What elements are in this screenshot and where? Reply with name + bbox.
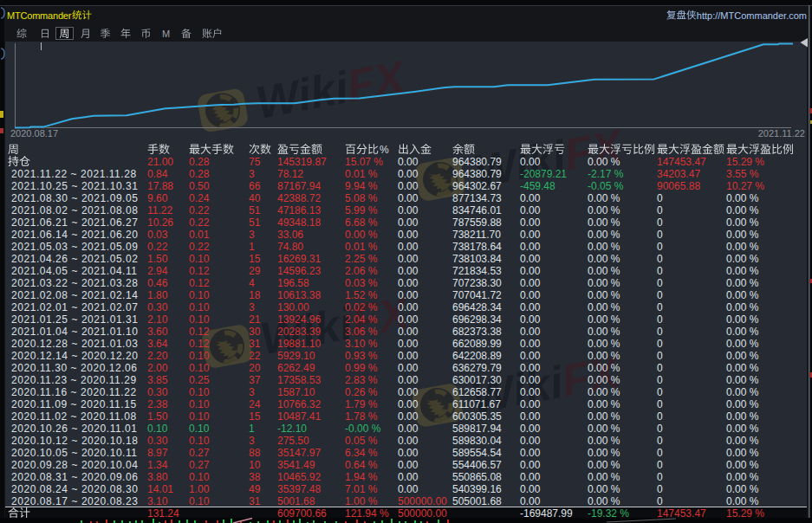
svg-text:0.00: 0.00	[520, 398, 541, 410]
svg-text:0.00 %: 0.00 %	[726, 495, 759, 507]
svg-text:2.38: 2.38	[147, 398, 168, 410]
svg-text:29: 29	[249, 265, 261, 277]
svg-text:0.00: 0.00	[520, 229, 541, 241]
svg-text:0.10: 0.10	[189, 398, 210, 410]
svg-text:0.00: 0.00	[398, 156, 419, 168]
svg-text:0.00: 0.00	[398, 216, 419, 229]
svg-text:0.00 %: 0.00 %	[588, 435, 620, 447]
svg-text:74.80: 74.80	[277, 241, 303, 253]
svg-text:130.00: 130.00	[277, 301, 309, 313]
svg-text:16269.31: 16269.31	[277, 253, 321, 265]
svg-text:612658.77: 612658.77	[452, 386, 502, 398]
svg-text:3: 3	[249, 229, 255, 241]
svg-text:2021.03.22 ~ 2021.03.28: 2021.03.22 ~ 2021.03.28	[11, 277, 138, 289]
svg-text:0: 0	[657, 253, 663, 265]
svg-text:0.00: 0.00	[398, 253, 419, 265]
svg-text:2020.11.30 ~ 2020.12.06: 2020.11.30 ~ 2020.12.06	[11, 362, 138, 374]
svg-text:0.00: 0.00	[398, 471, 419, 483]
svg-text:0.00 %: 0.00 %	[726, 216, 759, 229]
svg-text:0.00 %: 0.00 %	[588, 289, 620, 301]
svg-text:0: 0	[657, 435, 663, 447]
svg-text:0.00 %: 0.00 %	[726, 265, 759, 277]
svg-text:0: 0	[657, 410, 663, 423]
svg-text:2021.11.22: 2021.11.22	[758, 128, 805, 139]
svg-text:2021.01.04 ~ 2021.01.10: 2021.01.04 ~ 2021.01.10	[11, 326, 138, 338]
svg-text:35397.48: 35397.48	[277, 483, 321, 495]
svg-text:0.28: 0.28	[189, 168, 210, 180]
svg-text:0.00: 0.00	[520, 410, 541, 423]
svg-text:%: %	[380, 144, 389, 156]
svg-text:0.22: 0.22	[189, 241, 210, 253]
svg-text:34203.47: 34203.47	[657, 168, 700, 180]
svg-text:1.00 %: 1.00 %	[345, 495, 378, 507]
svg-text:0.00 %: 0.00 %	[588, 265, 620, 277]
svg-text:-12.10: -12.10	[277, 423, 307, 435]
svg-text:636279.79: 636279.79	[452, 362, 502, 374]
svg-text:0.00 %: 0.00 %	[726, 326, 759, 338]
svg-text:0.00: 0.00	[398, 398, 419, 410]
svg-text:1.52 %: 1.52 %	[345, 289, 378, 301]
svg-text:0.00 %: 0.00 %	[726, 447, 759, 459]
svg-text:2.25 %: 2.25 %	[345, 253, 378, 265]
svg-text:611071.67: 611071.67	[452, 398, 501, 410]
svg-text:2020.11.09 ~ 2020.11.15: 2020.11.09 ~ 2020.11.15	[11, 398, 137, 410]
svg-text:3.06 %: 3.06 %	[345, 326, 378, 338]
svg-text:0.00 %: 0.00 %	[726, 435, 759, 447]
svg-text:1: 1	[249, 241, 255, 253]
svg-text:3.10: 3.10	[147, 495, 168, 507]
svg-text:0.00: 0.00	[520, 204, 541, 216]
svg-text:2021.08.02 ~ 2021.08.08: 2021.08.02 ~ 2021.08.08	[11, 204, 138, 216]
svg-text:15.29 %: 15.29 %	[726, 507, 764, 520]
svg-text:147453.47: 147453.47	[657, 156, 706, 168]
svg-text:707238.30: 707238.30	[452, 277, 502, 289]
svg-text:42388.72: 42388.72	[277, 192, 321, 204]
svg-text:-20879.21: -20879.21	[520, 168, 567, 180]
svg-text:87167.94: 87167.94	[277, 180, 321, 192]
svg-text:0: 0	[657, 277, 663, 289]
svg-text:0.00 %: 0.00 %	[726, 398, 759, 410]
svg-text:0.03 %: 0.03 %	[345, 277, 378, 289]
svg-text:0.00: 0.00	[398, 241, 419, 253]
svg-text:1587.10: 1587.10	[277, 386, 315, 398]
svg-text:0: 0	[657, 483, 663, 495]
svg-text:2.94: 2.94	[147, 265, 168, 277]
svg-text:2021.02.08 ~ 2021.02.14: 2021.02.08 ~ 2021.02.14	[11, 289, 138, 301]
svg-text:2021.06.21 ~ 2021.06.27: 2021.06.21 ~ 2021.06.27	[11, 216, 138, 229]
svg-text:0.22: 0.22	[147, 241, 168, 253]
svg-text:0.00: 0.00	[520, 374, 541, 386]
svg-text:0.00: 0.00	[398, 326, 419, 338]
svg-text:0.00: 0.00	[520, 192, 541, 204]
svg-text:75: 75	[249, 156, 261, 168]
svg-text:0.00: 0.00	[398, 483, 419, 495]
svg-text:0.00: 0.00	[398, 265, 419, 277]
svg-text:0.00 %: 0.00 %	[588, 386, 620, 398]
svg-text:0: 0	[657, 192, 663, 204]
svg-text:2021.11.22 ~ 2021.11.28: 2021.11.22 ~ 2021.11.28	[11, 168, 137, 180]
svg-text:0: 0	[657, 471, 663, 483]
svg-text:0.00 %: 0.00 %	[726, 386, 759, 398]
svg-text:2020.08.31 ~ 2020.09.06: 2020.08.31 ~ 2020.09.06	[11, 471, 138, 483]
svg-text:0.00: 0.00	[520, 326, 541, 338]
svg-text:3: 3	[249, 301, 255, 313]
svg-text:MTCommander: MTCommander	[7, 10, 72, 21]
svg-text:1.50: 1.50	[147, 253, 168, 265]
svg-text:2020.08.17: 2020.08.17	[10, 128, 58, 139]
svg-text:0.00: 0.00	[520, 447, 541, 459]
svg-text:49348.18: 49348.18	[277, 216, 321, 229]
svg-text:609700.66: 609700.66	[277, 507, 327, 520]
svg-text:2020.08.24 ~ 2020.08.30: 2020.08.24 ~ 2020.08.30	[11, 483, 138, 495]
svg-text:0.00 %: 0.00 %	[726, 301, 759, 313]
svg-text:1.94 %: 1.94 %	[345, 471, 378, 483]
svg-text:0: 0	[657, 386, 663, 398]
svg-text:88: 88	[249, 447, 261, 459]
svg-text:0.00 %: 0.00 %	[588, 216, 620, 229]
svg-text:696298.34: 696298.34	[452, 313, 502, 326]
svg-text:0.10: 0.10	[189, 350, 210, 362]
svg-text:20: 20	[249, 362, 261, 374]
svg-text:33.06: 33.06	[277, 229, 303, 241]
svg-text:662089.99: 662089.99	[452, 338, 502, 350]
svg-text:0.00: 0.00	[398, 386, 419, 398]
svg-text:0.00: 0.00	[398, 168, 419, 180]
svg-text:0.00 %: 0.00 %	[588, 253, 620, 265]
svg-text:0.10: 0.10	[189, 410, 210, 423]
